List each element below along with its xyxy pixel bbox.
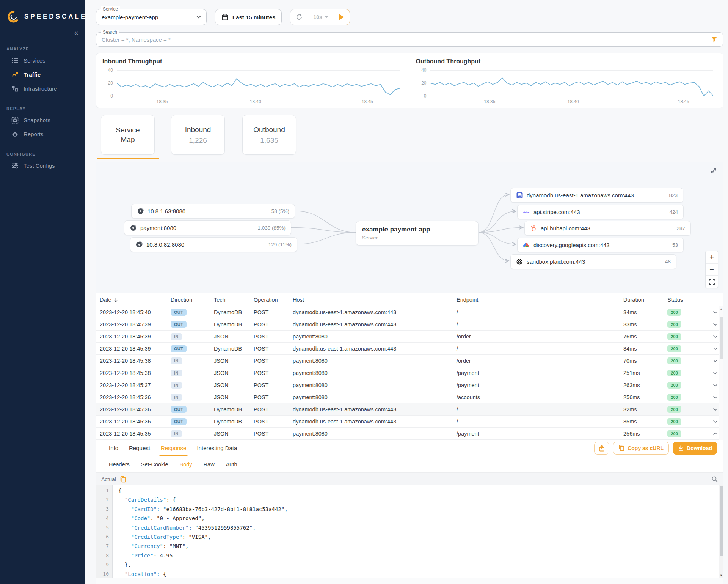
status-badge: 200 bbox=[667, 345, 681, 352]
cell-operation: POST bbox=[254, 382, 293, 388]
map-node-destination[interactable]: api.hubapi.com:443287 bbox=[524, 221, 691, 236]
service-select[interactable]: Service example-payment-app bbox=[96, 9, 207, 25]
map-node-destination[interactable]: sandbox.plaid.com:44348 bbox=[510, 254, 676, 269]
cell-date: 2023-12-20 18:45:38 bbox=[100, 370, 171, 376]
scroll-up-icon[interactable]: ▲ bbox=[719, 306, 723, 311]
play-button[interactable] bbox=[333, 9, 350, 25]
sidebar-item-snapshots[interactable]: Snapshots bbox=[0, 113, 85, 127]
table-row[interactable]: 2023-12-20 18:45:40OUTDynamoDBPOSTdynamo… bbox=[96, 306, 723, 318]
view-tab-inbound[interactable]: Inbound1,226 bbox=[171, 115, 225, 155]
zoom-out-button[interactable]: − bbox=[706, 263, 718, 275]
map-node-count: 424 bbox=[669, 209, 678, 215]
table-scrollbar[interactable]: ▲ bbox=[719, 306, 723, 440]
chevron-down-icon[interactable] bbox=[708, 371, 718, 375]
filter-icon[interactable] bbox=[711, 36, 718, 43]
cell-tech: DynamoDB bbox=[214, 346, 254, 352]
view-tab-outbound[interactable]: Outbound1,635 bbox=[242, 115, 296, 155]
map-node-destination[interactable]: dynamodb.us-east-1.amazonaws.com:443823 bbox=[510, 188, 683, 203]
chevron-down-icon[interactable] bbox=[708, 347, 718, 350]
refresh-group: 10s bbox=[290, 9, 350, 25]
map-node-destination[interactable]: stripeapi.stripe.com:443424 bbox=[517, 205, 684, 219]
code-scrollbar[interactable]: ▼ bbox=[719, 485, 723, 578]
zoom-in-button[interactable]: + bbox=[706, 251, 718, 263]
table-row[interactable]: 2023-12-20 18:45:35INJSONPOSTpayment:808… bbox=[96, 428, 723, 440]
direction-badge: OUT bbox=[171, 345, 187, 352]
detail-tab-info[interactable]: Info bbox=[104, 440, 124, 456]
sidebar-item-reports[interactable]: Reports bbox=[0, 127, 85, 141]
sidebar-item-infrastructure[interactable]: Infrastructure bbox=[0, 82, 85, 96]
search-input[interactable] bbox=[102, 36, 711, 43]
cell-host: payment:8080 bbox=[293, 382, 457, 388]
subtab-body[interactable]: Body bbox=[174, 461, 198, 468]
table-row[interactable]: 2023-12-20 18:45:39OUTDynamoDBPOSTdynamo… bbox=[96, 343, 723, 355]
chevron-down-icon[interactable] bbox=[708, 311, 718, 314]
table-scrollbar-thumb[interactable] bbox=[720, 317, 723, 359]
map-expand-icon[interactable] bbox=[710, 167, 717, 175]
table-row[interactable]: 2023-12-20 18:45:38INJSONPOSTpayment:808… bbox=[96, 367, 723, 379]
table-row[interactable]: 2023-12-20 18:45:39OUTDynamoDBPOSTdynamo… bbox=[96, 318, 723, 331]
time-range-button[interactable]: Last 15 minutes bbox=[215, 9, 282, 25]
sidebar-item-services[interactable]: Services bbox=[0, 54, 85, 68]
subtab-set-cookie[interactable]: Set-Cookie bbox=[136, 461, 174, 468]
cell-duration: 251ms bbox=[623, 370, 667, 376]
chevron-down-icon[interactable] bbox=[708, 408, 718, 411]
x-axis-tick: 18:40 bbox=[250, 99, 261, 104]
table-row[interactable]: 2023-12-20 18:45:36OUTDynamoDBPOSTdynamo… bbox=[96, 416, 723, 428]
map-node-name: sandbox.plaid.com:443 bbox=[527, 258, 585, 265]
cell-duration: 32ms bbox=[623, 406, 667, 412]
share-button[interactable] bbox=[594, 442, 609, 455]
refresh-button[interactable] bbox=[290, 9, 308, 25]
code-line: "Code": "0 - Approved", bbox=[118, 514, 723, 523]
detail-tab-response[interactable]: Response bbox=[155, 440, 192, 456]
chevron-down-icon[interactable] bbox=[708, 396, 718, 399]
map-node-source[interactable]: 10.8.1.63:808058 (5%) bbox=[131, 204, 295, 219]
map-node-center-service[interactable]: example-payment-appService bbox=[356, 221, 479, 246]
code-line: "CardDetails": { bbox=[118, 495, 723, 504]
code-content[interactable]: { "CardDetails": { "CardID": "e16683ba-7… bbox=[113, 485, 723, 578]
play-icon bbox=[339, 14, 344, 20]
scroll-down-icon[interactable]: ▼ bbox=[719, 573, 723, 577]
sidebar-item-label: Reports bbox=[24, 131, 44, 137]
search-body-icon[interactable] bbox=[711, 476, 718, 483]
table-row[interactable]: 2023-12-20 18:45:36OUTDynamoDBPOSTdynamo… bbox=[96, 403, 723, 416]
detail-tab-request[interactable]: Request bbox=[124, 440, 155, 456]
copy-as-curl-button[interactable]: Copy as cURL bbox=[613, 442, 669, 455]
chevron-down-icon[interactable] bbox=[708, 359, 718, 362]
map-node-source[interactable]: 10.8.0.82:8080129 (11%) bbox=[130, 237, 297, 252]
snapshots-camera-icon bbox=[11, 116, 19, 124]
cell-host: payment:8080 bbox=[293, 370, 457, 376]
table-row[interactable]: 2023-12-20 18:45:38INJSONPOSTpayment:808… bbox=[96, 355, 723, 367]
status-badge: 200 bbox=[667, 309, 681, 316]
sidebar-item-traffic[interactable]: Traffic bbox=[0, 68, 85, 82]
subtab-raw[interactable]: Raw bbox=[198, 461, 220, 468]
column-header-date[interactable]: Date bbox=[100, 297, 171, 303]
fit-view-button[interactable] bbox=[706, 275, 718, 288]
map-node-destination[interactable]: discovery.googleapis.com:44353 bbox=[517, 238, 684, 252]
cell-operation: POST bbox=[254, 358, 293, 364]
chevron-down-icon[interactable] bbox=[708, 323, 718, 326]
plaid-icon bbox=[516, 258, 523, 265]
sidebar-collapse-icon[interactable]: « bbox=[0, 24, 85, 36]
code-scrollbar-thumb[interactable] bbox=[720, 486, 723, 556]
map-node-count: 58 (5%) bbox=[271, 208, 289, 214]
chevron-down-icon[interactable] bbox=[708, 384, 718, 387]
chevron-up-icon[interactable] bbox=[708, 432, 718, 435]
cell-endpoint: / bbox=[457, 321, 623, 327]
table-row[interactable]: 2023-12-20 18:45:37INJSONPOSTpayment:808… bbox=[96, 379, 723, 391]
map-node-source[interactable]: payment:80801,039 (85%) bbox=[124, 220, 291, 235]
detail-tab-interesting-data[interactable]: Interesting Data bbox=[191, 440, 242, 456]
status-badge: 200 bbox=[667, 321, 681, 328]
chevron-down-icon[interactable] bbox=[708, 420, 718, 423]
refresh-interval-dropdown[interactable]: 10s bbox=[308, 9, 333, 25]
download-button[interactable]: Download bbox=[673, 442, 717, 455]
copy-body-icon[interactable] bbox=[120, 476, 126, 483]
chevron-down-icon[interactable] bbox=[708, 335, 718, 338]
view-tab-service-map[interactable]: ServiceMap bbox=[101, 115, 155, 155]
subtab-headers[interactable]: Headers bbox=[104, 461, 135, 468]
cell-date: 2023-12-20 18:45:37 bbox=[100, 382, 171, 388]
sidebar-item-test-configs[interactable]: Test Configs bbox=[0, 159, 85, 173]
table-row[interactable]: 2023-12-20 18:45:39INJSONPOSTpayment:808… bbox=[96, 331, 723, 343]
table-row[interactable]: 2023-12-20 18:45:36INJSONPOSTpayment:808… bbox=[96, 391, 723, 403]
subtab-auth[interactable]: Auth bbox=[221, 461, 243, 468]
direction-badge: IN bbox=[171, 370, 182, 376]
